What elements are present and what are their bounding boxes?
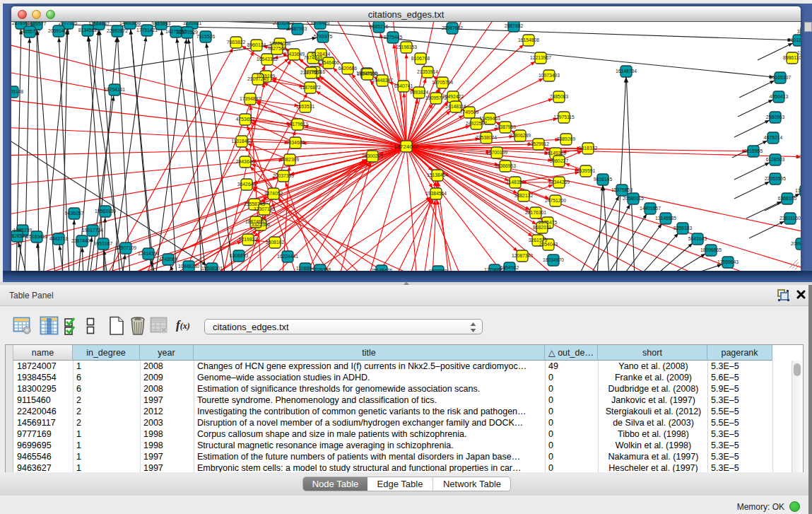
svg-text:25492422: 25492422 xyxy=(442,94,464,99)
svg-text:2054043: 2054043 xyxy=(539,242,558,247)
svg-text:9082309: 9082309 xyxy=(281,157,300,162)
svg-text:12414394: 12414394 xyxy=(138,251,159,256)
svg-text:11584847: 11584847 xyxy=(88,22,110,26)
svg-text:23833160: 23833160 xyxy=(779,216,801,221)
svg-text:6994562: 6994562 xyxy=(500,265,519,270)
svg-text:23137564: 23137564 xyxy=(300,70,322,75)
svg-text:7749509: 7749509 xyxy=(460,110,479,115)
svg-text:12344269: 12344269 xyxy=(548,180,570,185)
svg-text:6306893: 6306893 xyxy=(230,253,249,258)
svg-text:21433649: 21433649 xyxy=(283,52,305,57)
svg-text:13146585: 13146585 xyxy=(655,216,676,221)
svg-text:8215955: 8215955 xyxy=(744,148,763,153)
svg-text:4843718: 4843718 xyxy=(49,236,69,241)
svg-text:22570529: 22570529 xyxy=(177,30,198,35)
svg-text:6420686: 6420686 xyxy=(339,66,358,71)
svg-text:23538074: 23538074 xyxy=(476,135,497,140)
svg-text:20580115: 20580115 xyxy=(623,196,644,201)
svg-text:9983893: 9983893 xyxy=(152,22,171,26)
svg-text:5641643: 5641643 xyxy=(688,236,707,241)
svg-text:23874404: 23874404 xyxy=(71,238,93,243)
svg-text:9953167: 9953167 xyxy=(94,241,113,246)
svg-text:7515526: 7515526 xyxy=(196,34,216,39)
svg-text:25997682: 25997682 xyxy=(442,25,463,30)
svg-text:24922597: 24922597 xyxy=(466,121,487,126)
svg-text:9436057: 9436057 xyxy=(65,211,84,216)
svg-text:5219822: 5219822 xyxy=(239,237,258,242)
svg-text:13546466: 13546466 xyxy=(318,60,339,65)
svg-text:22176301: 22176301 xyxy=(525,210,546,215)
svg-text:6128434: 6128434 xyxy=(312,52,331,57)
svg-text:8389269: 8389269 xyxy=(557,136,576,141)
svg-text:9318332: 9318332 xyxy=(579,146,598,151)
svg-text:3131636: 3131636 xyxy=(797,29,801,34)
svg-text:4679214: 4679214 xyxy=(764,135,783,140)
svg-text:20994697: 20994697 xyxy=(791,241,801,246)
svg-text:22992872: 22992872 xyxy=(107,28,128,33)
svg-text:18874652: 18874652 xyxy=(245,219,266,224)
svg-text:8106768: 8106768 xyxy=(411,56,430,61)
svg-text:25300203: 25300203 xyxy=(362,153,383,158)
svg-text:20031404: 20031404 xyxy=(273,22,294,25)
svg-text:3382132: 3382132 xyxy=(514,193,534,198)
svg-text:3148352: 3148352 xyxy=(506,180,525,185)
svg-text:5685216: 5685216 xyxy=(370,24,389,29)
svg-text:8685577: 8685577 xyxy=(28,22,47,26)
svg-text:9893824: 9893824 xyxy=(410,90,429,95)
svg-text:19563180: 19563180 xyxy=(95,209,116,214)
svg-text:6368105: 6368105 xyxy=(778,196,797,201)
svg-text:18366963: 18366963 xyxy=(495,163,516,168)
svg-text:5793975: 5793975 xyxy=(314,34,333,39)
svg-text:6540741: 6540741 xyxy=(394,83,413,88)
svg-text:2975475: 2975475 xyxy=(539,220,558,225)
svg-text:2943646: 2943646 xyxy=(236,159,255,164)
svg-text:13226058: 13226058 xyxy=(269,41,290,46)
svg-text:16947830: 16947830 xyxy=(357,71,378,76)
svg-text:2887682: 2887682 xyxy=(505,23,524,28)
svg-text:16224441: 16224441 xyxy=(277,254,298,259)
svg-text:5060227: 5060227 xyxy=(550,158,569,163)
svg-text:25229388: 25229388 xyxy=(310,267,331,271)
svg-text:20691406: 20691406 xyxy=(48,28,69,33)
svg-text:4050413: 4050413 xyxy=(770,94,789,99)
svg-text:16705148: 16705148 xyxy=(11,89,23,94)
svg-text:21012166: 21012166 xyxy=(788,37,801,42)
svg-text:8986110: 8986110 xyxy=(783,55,801,60)
svg-text:15375853: 15375853 xyxy=(611,187,632,192)
svg-text:16149361: 16149361 xyxy=(545,151,566,156)
svg-text:5308102: 5308102 xyxy=(266,240,285,245)
svg-text:13805018: 13805018 xyxy=(795,188,801,193)
svg-text:16148784: 16148784 xyxy=(616,69,637,74)
svg-text:10344146: 10344146 xyxy=(796,154,801,159)
svg-text:14055712: 14055712 xyxy=(19,29,40,34)
svg-text:4743069: 4743069 xyxy=(159,257,178,262)
svg-text:9827500: 9827500 xyxy=(268,46,287,51)
svg-text:16543382: 16543382 xyxy=(257,57,278,62)
svg-text:12975115: 12975115 xyxy=(553,115,575,119)
svg-text:23826523: 23826523 xyxy=(11,233,28,238)
svg-text:10848230: 10848230 xyxy=(178,264,199,269)
svg-text:15138454: 15138454 xyxy=(427,173,448,177)
svg-text:1385239: 1385239 xyxy=(13,228,33,233)
svg-text:7663822: 7663822 xyxy=(227,40,246,45)
svg-text:25558743: 25558743 xyxy=(244,201,265,206)
svg-text:2077105: 2077105 xyxy=(59,22,78,25)
svg-text:9275445: 9275445 xyxy=(384,35,403,40)
svg-text:18096865: 18096865 xyxy=(700,247,722,252)
svg-text:14401657: 14401657 xyxy=(640,206,661,211)
svg-text:13179613: 13179613 xyxy=(287,122,308,127)
svg-text:9887903: 9887903 xyxy=(288,26,307,31)
svg-text:11459463: 11459463 xyxy=(479,116,500,121)
svg-text:8359183: 8359183 xyxy=(673,226,693,230)
svg-text:18034970: 18034970 xyxy=(543,257,564,262)
svg-text:25148476: 25148476 xyxy=(371,268,392,271)
svg-text:15588301: 15588301 xyxy=(201,266,223,271)
svg-text:10973493: 10973493 xyxy=(539,73,560,78)
svg-text:6128503: 6128503 xyxy=(766,157,785,162)
svg-text:18705794: 18705794 xyxy=(432,80,453,85)
svg-text:3220921: 3220921 xyxy=(183,22,202,25)
svg-text:20037339: 20037339 xyxy=(273,173,294,178)
svg-text:8134562: 8134562 xyxy=(78,28,98,33)
svg-text:21353914: 21353914 xyxy=(417,69,438,74)
svg-text:8960124: 8960124 xyxy=(247,42,266,47)
